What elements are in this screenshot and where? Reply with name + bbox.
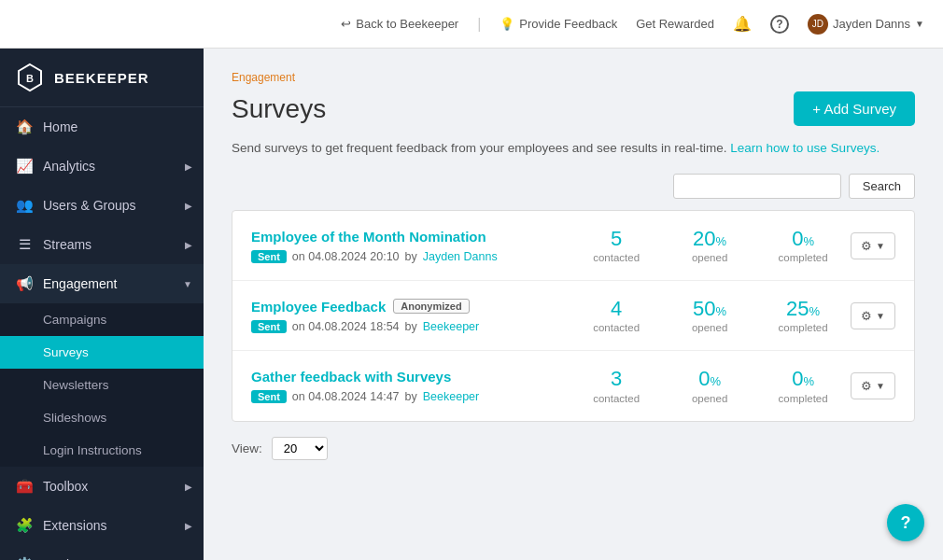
sidebar-item-slideshows[interactable]: Slideshows [0,401,204,434]
completed-label: completed [770,252,836,263]
dropdown-arrow-icon: ▼ [876,311,885,321]
sidebar-item-surveys[interactable]: Surveys [0,336,204,369]
settings-icon: ⚙️ [15,556,34,560]
contacted-label: contacted [584,393,649,404]
page-description: Send surveys to get frequent feedback fr… [232,141,915,155]
engagement-subnav: Campaigns Surveys Newsletters Slideshows… [0,303,204,467]
back-to-beekeeper[interactable]: ↩ Back to Beekeeper [341,17,458,31]
gear-icon: ⚙ [861,239,872,253]
table-row: Employee of the Month Nomination Sent on… [232,211,914,281]
survey-action-button[interactable]: ⚙ ▼ [851,232,895,259]
toolbox-icon: 🧰 [15,478,34,495]
stat-opened: 0% opened [677,368,742,403]
survey-action-button[interactable]: ⚙ ▼ [851,302,895,329]
back-icon: ↩ [341,17,351,31]
sidebar-item-login-instructions[interactable]: Login Instructions [0,434,204,467]
status-badge: Sent [251,250,287,263]
contacted-value: 5 [584,228,649,250]
survey-action-button[interactable]: ⚙ ▼ [851,372,895,399]
dropdown-arrow-icon: ▼ [915,19,924,29]
completed-label: completed [770,322,836,333]
sidebar-item-users-groups[interactable]: 👥 Users & Groups ▶ [0,186,204,225]
sidebar-item-home[interactable]: 🏠 Home [0,107,204,147]
sidebar-item-engagement[interactable]: 📢 Engagement ▼ [0,264,204,303]
question-icon: ? [770,15,789,34]
status-badge: Sent [251,320,287,333]
view-label: View: [232,441,262,455]
opened-value: 20% [677,228,742,250]
survey-meta: Sent on 04.08.2024 20:10 by Jayden Danns [251,250,569,263]
main-content: Engagement Surveys + Add Survey Send sur… [204,49,943,560]
svg-text:B: B [26,73,34,84]
opened-label: opened [677,322,742,333]
survey-author-link[interactable]: Beekeeper [423,320,479,333]
anonymized-badge: Anonymized [393,299,469,314]
opened-value: 0% [677,368,742,390]
help-fab-button[interactable]: ? [887,504,924,541]
streams-icon: ☰ [15,236,34,253]
user-menu[interactable]: JD Jayden Danns ▼ [808,14,924,35]
sidebar-item-extensions[interactable]: 🧩 Extensions ▶ [0,506,204,545]
opened-value: 50% [677,298,742,320]
stat-opened: 20% opened [677,228,742,263]
expand-streams-icon: ▶ [185,240,192,250]
sidebar-item-streams[interactable]: ☰ Streams ▶ [0,225,204,264]
completed-label: completed [770,393,836,404]
bell-icon: 🔔 [733,15,752,33]
page-title: Surveys [232,94,326,124]
search-row: Search [232,174,915,199]
help[interactable]: ? [770,15,789,34]
search-input[interactable] [673,174,841,199]
sidebar-item-campaigns[interactable]: Campaigns [0,303,204,336]
add-survey-button[interactable]: + Add Survey [794,91,915,126]
survey-meta: Sent on 04.08.2024 18:54 by Beekeeper [251,320,569,333]
page-header: Surveys + Add Survey [232,91,915,126]
view-select[interactable]: 10 20 50 100 [272,437,328,460]
survey-stats: 3 contacted 0% opened 0% [584,368,836,403]
expand-engagement-icon: ▼ [183,279,192,289]
gear-icon: ⚙ [861,379,872,393]
table-row: Employee Feedback Anonymized Sent on 04.… [232,281,914,351]
notifications[interactable]: 🔔 [733,15,752,33]
surveys-list: Employee of the Month Nomination Sent on… [232,210,915,422]
users-icon: 👥 [15,197,34,214]
get-rewarded[interactable]: Get Rewarded [636,17,714,31]
extensions-icon: 🧩 [15,517,34,534]
survey-author-link[interactable]: Jayden Danns [423,250,498,263]
stat-completed: 0% completed [770,368,836,403]
provide-feedback[interactable]: 💡 Provide Feedback [500,17,617,31]
gear-icon: ⚙ [861,309,872,323]
survey-author-link[interactable]: Beekeeper [423,390,479,403]
learn-how-link[interactable]: Learn how to use Surveys. [730,141,880,155]
stat-contacted: 5 contacted [584,228,649,263]
contacted-label: contacted [584,322,649,333]
survey-info: Employee of the Month Nomination Sent on… [251,229,569,263]
expand-toolbox-icon: ▶ [185,482,192,492]
expand-users-icon: ▶ [185,201,192,211]
search-button[interactable]: Search [849,174,915,199]
completed-value: 25% [770,298,836,320]
completed-value: 0% [770,228,836,250]
sidebar-item-toolbox[interactable]: 🧰 Toolbox ▶ [0,467,204,506]
lightbulb-icon: 💡 [500,17,514,31]
stat-completed: 0% completed [770,228,836,263]
sidebar-nav: 🏠 Home 📈 Analytics ▶ 👥 Users & Groups ▶ … [0,107,204,560]
sidebar-item-settings[interactable]: ⚙️ Settings [0,545,204,560]
stat-contacted: 4 contacted [584,298,649,333]
sidebar-item-newsletters[interactable]: Newsletters [0,369,204,401]
contacted-label: contacted [584,252,649,263]
sidebar-item-analytics[interactable]: 📈 Analytics ▶ [0,147,204,186]
sidebar: B BEEKEEPER 🏠 Home 📈 Analytics ▶ 👥 Users… [0,49,204,560]
contacted-value: 4 [584,298,649,320]
home-icon: 🏠 [15,119,34,135]
survey-title: Gather feedback with Surveys [251,369,569,385]
survey-stats: 5 contacted 20% opened 0% [584,228,836,263]
completed-value: 0% [770,368,836,390]
opened-label: opened [677,252,742,263]
user-avatar: JD [808,14,828,35]
survey-info: Gather feedback with Surveys Sent on 04.… [251,369,569,403]
breadcrumb: Engagement [232,71,915,84]
analytics-icon: 📈 [15,158,34,175]
survey-meta: Sent on 04.08.2024 14:47 by Beekeeper [251,390,569,403]
stat-completed: 25% completed [770,298,836,333]
